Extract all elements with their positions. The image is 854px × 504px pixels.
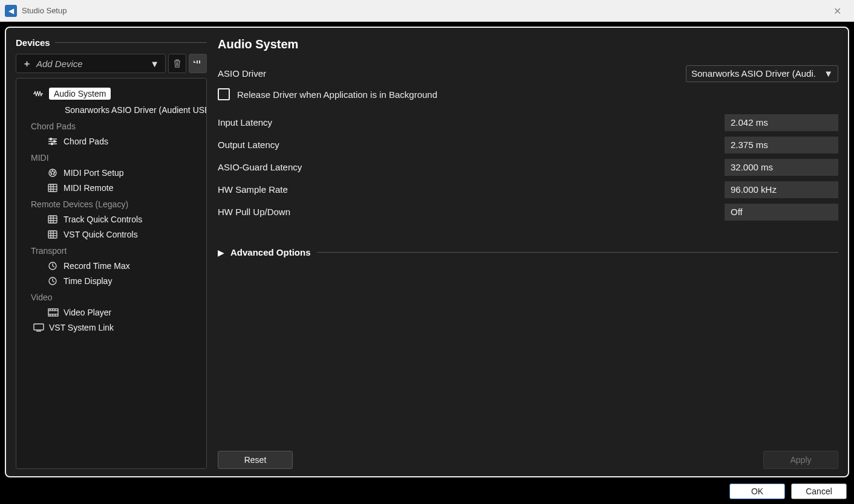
svg-rect-17	[48, 216, 57, 223]
svg-point-9	[54, 172, 55, 173]
svg-rect-22	[48, 231, 57, 238]
chevron-down-icon: ▼	[150, 59, 159, 69]
tree-item-vst-quick[interactable]: VST Quick Controls	[19, 227, 204, 242]
tree-item-sonarworks[interactable]: Sonarworks ASIO Driver (Audient USB	[19, 103, 204, 117]
film-icon	[48, 308, 59, 317]
svg-point-11	[53, 173, 54, 175]
tree-item-label: Track Quick Controls	[64, 215, 142, 224]
asio-driver-label: ASIO Driver	[218, 68, 266, 79]
pull-label: HW Pull Up/Down	[218, 207, 290, 217]
svg-point-7	[50, 172, 51, 173]
trash-icon	[173, 59, 181, 68]
tree-item-label: MIDI Port Setup	[64, 168, 124, 178]
tree-item-chord-pads[interactable]: Chord Pads	[19, 134, 204, 149]
sidebar: Devices ＋ Add Device ▼	[16, 37, 207, 469]
clock-icon	[48, 261, 59, 271]
tree-group-video: Video	[16, 289, 206, 305]
release-driver-checkbox[interactable]	[218, 88, 230, 100]
midi-port-icon	[48, 168, 59, 178]
reset-button[interactable]: Reset	[218, 451, 293, 469]
main-content: Audio System ASIO Driver Sonarworks ASIO…	[218, 37, 838, 469]
devices-heading: Devices	[16, 37, 50, 48]
device-tree: Audio System Sonarworks ASIO Driver (Aud…	[16, 78, 207, 469]
release-driver-label: Release Driver when Application is in Ba…	[237, 89, 437, 100]
tree-group-transport: Transport	[16, 242, 206, 258]
asio-driver-select[interactable]: Sonarworks ASIO Driver (Audi. ▼	[686, 65, 838, 82]
svg-point-8	[52, 170, 53, 172]
ok-button[interactable]: OK	[729, 483, 785, 499]
output-latency-label: Output Latency	[218, 140, 279, 150]
grid-icon	[48, 230, 59, 239]
input-latency-label: Input Latency	[218, 117, 272, 128]
tree-group-midi: MIDI	[16, 149, 206, 165]
tree-item-label: Audio System	[49, 88, 111, 100]
add-device-dropdown[interactable]: ＋ Add Device ▼	[16, 54, 166, 73]
grid-icon	[48, 215, 59, 224]
input-latency-value: 2.042 ms	[725, 114, 838, 131]
sliders-icon	[48, 137, 59, 146]
asio-guard-value: 32.000 ms	[725, 159, 838, 176]
tree-item-label: Chord Pads	[64, 137, 108, 146]
triangle-right-icon: ▶	[218, 248, 224, 257]
tree-item-vst-link[interactable]: VST System Link	[19, 320, 204, 335]
tree-item-time-display[interactable]: Time Display	[19, 274, 204, 288]
window-title: Studio Setup	[22, 6, 67, 15]
reset-device-button[interactable]	[189, 54, 207, 73]
svg-rect-12	[48, 184, 57, 192]
tree-item-label: VST System Link	[49, 323, 114, 332]
divider	[317, 252, 838, 253]
svg-point-5	[51, 143, 53, 145]
titlebar: Studio Setup ✕	[0, 0, 854, 22]
sample-rate-value: 96.000 kHz	[725, 181, 838, 198]
tree-group-remote: Remote Devices (Legacy)	[16, 196, 206, 212]
svg-rect-38	[34, 324, 44, 330]
tree-item-track-quick[interactable]: Track Quick Controls	[19, 212, 204, 227]
clock-icon	[48, 276, 59, 286]
tree-item-label: Sonarworks ASIO Driver (Audient USB	[65, 105, 207, 115]
svg-point-10	[51, 173, 52, 175]
output-latency-value: 2.375 ms	[725, 137, 838, 153]
pull-value: Off	[725, 204, 838, 221]
tree-item-video-player[interactable]: Video Player	[19, 305, 204, 320]
delete-button[interactable]	[168, 54, 186, 73]
chevron-down-icon: ▼	[824, 68, 833, 79]
asio-guard-label: ASIO-Guard Latency	[218, 162, 302, 172]
divider	[55, 42, 207, 43]
tree-item-label: Record Time Max	[64, 261, 130, 271]
monitor-icon	[33, 323, 44, 332]
tree-item-audio-system[interactable]: Audio System	[19, 85, 204, 102]
dialog-footer: OK Cancel	[0, 479, 854, 504]
cancel-button[interactable]: Cancel	[791, 483, 847, 499]
svg-point-4	[54, 141, 56, 143]
tree-item-midi-port[interactable]: MIDI Port Setup	[19, 166, 204, 180]
tree-group-chord-pads: Chord Pads	[16, 118, 206, 134]
close-button[interactable]: ✕	[825, 4, 849, 18]
svg-point-3	[50, 138, 52, 140]
tree-item-label: Video Player	[64, 308, 111, 317]
grid-icon	[48, 184, 59, 192]
sample-rate-label: HW Sample Rate	[218, 184, 288, 195]
tree-item-label: VST Quick Controls	[64, 230, 138, 239]
page-title: Audio System	[218, 37, 838, 51]
waveform-icon	[33, 90, 44, 97]
advanced-options-label: Advanced Options	[230, 247, 311, 257]
apply-button: Apply	[763, 451, 838, 469]
tree-item-midi-remote[interactable]: MIDI Remote	[19, 181, 204, 195]
tree-item-label: Time Display	[64, 276, 112, 286]
reset-icon	[193, 59, 203, 68]
plus-icon: ＋	[22, 58, 31, 69]
app-icon	[5, 5, 17, 17]
add-device-label: Add Device	[36, 59, 83, 69]
advanced-options-header[interactable]: ▶ Advanced Options	[218, 247, 838, 257]
tree-item-record-time[interactable]: Record Time Max	[19, 259, 204, 273]
asio-driver-value: Sonarworks ASIO Driver (Audi.	[691, 68, 820, 79]
tree-item-label: MIDI Remote	[64, 183, 113, 193]
